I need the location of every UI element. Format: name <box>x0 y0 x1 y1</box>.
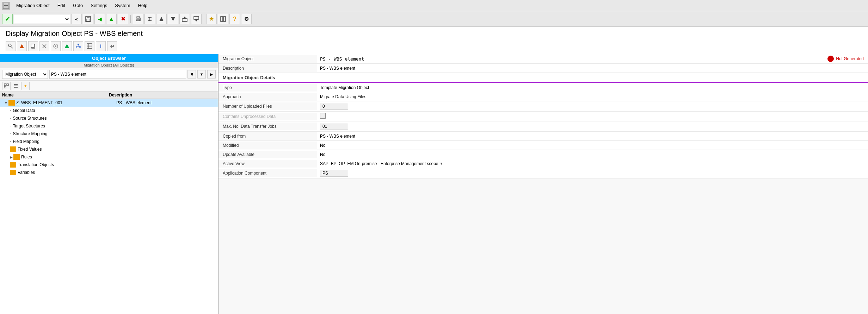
expand-root-icon: ▼ <box>4 101 8 105</box>
tree-item-variables[interactable]: Variables <box>0 169 218 176</box>
filter-right-btn[interactable]: ▶ <box>207 70 216 78</box>
detail-row-migration-object: Migration Object PS - WBS element Not Ge… <box>218 54 868 64</box>
tree-star-btn[interactable]: ★ <box>21 82 30 90</box>
save-button[interactable] <box>83 14 93 24</box>
tree-item-global-data[interactable]: · Global Data <box>0 107 218 114</box>
help-button[interactable]: ? <box>229 14 240 24</box>
object-browser-toolbar: ★ <box>0 81 218 92</box>
not-generated-label: Not Generated <box>836 56 864 61</box>
menu-settings[interactable]: Settings <box>87 2 111 9</box>
description-label: Description <box>218 64 317 72</box>
tree-expand-btn[interactable] <box>2 82 11 90</box>
not-generated-badge: Not Generated <box>823 54 868 63</box>
import-button[interactable] <box>191 14 202 24</box>
menu-migration-object[interactable]: Migration Object <box>13 2 53 9</box>
tree-col-desc: Description <box>109 93 216 98</box>
cut-btn[interactable] <box>39 41 49 51</box>
print-button[interactable] <box>133 14 143 24</box>
active-view-dropdown[interactable]: SAP_BP_OP_EM On-premise - Enterprise Man… <box>320 161 865 166</box>
svg-marker-18 <box>195 19 198 21</box>
max-jobs-box: 01 <box>320 123 348 130</box>
tree-item-fixed-values[interactable]: Fixed Values <box>0 145 218 153</box>
svg-marker-23 <box>20 44 24 48</box>
target-btn[interactable] <box>51 41 61 51</box>
unprocessed-checkbox[interactable] <box>320 113 326 119</box>
triangle-btn[interactable] <box>62 41 72 51</box>
detail-row-type: Type Template Migration Object <box>218 83 868 92</box>
layout-button[interactable] <box>218 14 228 24</box>
update-available-label: Update Available <box>218 151 317 158</box>
app-component-value: PS <box>317 168 868 178</box>
confirm-button[interactable]: ✔ <box>2 14 13 24</box>
menu-goto[interactable]: Goto <box>69 2 86 9</box>
svg-rect-31 <box>78 44 79 45</box>
clear-filter-btn[interactable]: ✖ <box>187 70 196 78</box>
menu-help[interactable]: Help <box>135 2 151 9</box>
table-btn[interactable] <box>85 41 94 51</box>
filter-value-input[interactable] <box>49 70 186 79</box>
sort-asc-button[interactable] <box>156 14 167 24</box>
object-browser-header: Object Browser <box>0 54 218 62</box>
return-btn[interactable] <box>107 41 117 51</box>
tree-item-rules[interactable]: ▶ Rules <box>0 153 218 161</box>
page-header: Display Migration Object PS - WBS elemen… <box>0 27 868 54</box>
back-button[interactable]: « <box>71 14 82 24</box>
max-jobs-label: Max. No. Data Transfer Jobs <box>218 123 317 130</box>
sep2 <box>204 15 204 23</box>
tree-body: ▼ Z_WBS_ELEMENT_001 PS - WBS element · G… <box>0 99 218 314</box>
nav-back-button[interactable]: ◀ <box>94 14 105 24</box>
favorite-button[interactable]: ★ <box>206 14 217 24</box>
find-button[interactable] <box>144 14 155 24</box>
svg-line-22 <box>11 46 13 48</box>
copy-btn[interactable] <box>28 41 38 51</box>
menu-system[interactable]: System <box>111 2 134 9</box>
tree-item-source-structures[interactable]: · Source Structures <box>0 114 218 122</box>
svg-rect-4 <box>87 17 90 18</box>
search-icon-btn[interactable] <box>6 41 16 51</box>
app-logo <box>2 2 10 10</box>
settings-button[interactable]: ⚙ <box>241 14 252 24</box>
hierarchy-btn[interactable] <box>73 41 83 51</box>
svg-marker-30 <box>64 44 69 48</box>
folder-icon-root <box>8 100 15 106</box>
tree-item-variables-name: Variables <box>18 170 117 175</box>
type-label: Type <box>218 84 317 92</box>
svg-rect-40 <box>4 84 6 86</box>
menu-edit[interactable]: Edit <box>54 2 69 9</box>
folder-icon-7 <box>13 154 20 160</box>
migration-object-label: Migration Object <box>218 55 317 63</box>
approach-label: Approach <box>218 93 317 101</box>
dot-icon-3: · <box>10 123 11 129</box>
chart-btn[interactable] <box>17 41 27 51</box>
tree-item-root[interactable]: ▼ Z_WBS_ELEMENT_001 PS - WBS element <box>0 99 218 107</box>
object-browser-panel: Object Browser Migration Object (All Obj… <box>0 54 218 314</box>
uploaded-files-label: Number of Uploaded Files <box>218 102 317 110</box>
folder-icon-8 <box>10 162 16 168</box>
nav-up-button[interactable]: ▲ <box>106 14 117 24</box>
svg-rect-15 <box>182 19 187 21</box>
filter-down-btn[interactable]: ▼ <box>197 70 206 78</box>
export-button[interactable] <box>179 14 190 24</box>
tree-item-translation-objects[interactable]: Translation Objects <box>0 161 218 169</box>
tree-item-target-structures[interactable]: · Target Structures <box>0 122 218 130</box>
filter-type-select[interactable]: Migration Object <box>2 70 48 79</box>
info-btn[interactable]: i <box>96 41 106 51</box>
expand-rules-icon: ▶ <box>10 155 13 159</box>
toolbar-dropdown[interactable] <box>14 14 70 24</box>
detail-section-top: Migration Object PS - WBS element Not Ge… <box>218 54 868 73</box>
active-view-label: Active View <box>218 160 317 168</box>
folder-icon-9 <box>10 170 16 175</box>
svg-marker-14 <box>171 17 175 21</box>
max-jobs-value: 01 <box>317 121 868 131</box>
sort-desc-button[interactable] <box>168 14 178 24</box>
type-value: Template Migration Object <box>317 84 868 92</box>
modified-value: No <box>317 142 868 149</box>
tree-col-name: Name <box>2 93 109 98</box>
tree-item-field-mapping[interactable]: · Field Mapping <box>0 138 218 145</box>
modified-label: Modified <box>218 142 317 149</box>
cancel-button[interactable]: ✖ <box>118 14 128 24</box>
tree-item-structure-mapping[interactable]: · Structure Mapping <box>0 130 218 138</box>
tree-collapse-btn[interactable] <box>12 82 20 90</box>
tree-item-source-structures-name: Source Structures <box>13 116 115 121</box>
svg-rect-17 <box>194 17 199 19</box>
